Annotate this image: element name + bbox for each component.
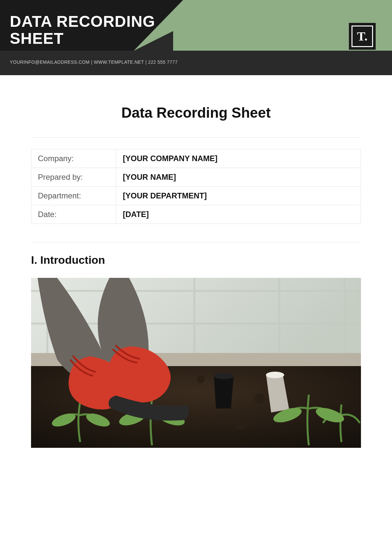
svg-point-7 xyxy=(254,394,265,404)
header-title-line1: DATA RECORDING xyxy=(10,13,155,30)
svg-point-11 xyxy=(235,420,245,430)
header-title: DATA RECORDING SHEET xyxy=(10,13,155,47)
brand-logo: T. xyxy=(349,23,376,50)
section-heading-introduction: I. Introduction xyxy=(31,254,361,266)
table-row: Department: [YOUR DEPARTMENT] xyxy=(31,187,361,205)
header-title-line2: SHEET xyxy=(10,30,155,47)
svg-point-13 xyxy=(214,373,234,379)
table-row: Company: [YOUR COMPANY NAME] xyxy=(31,149,361,168)
meta-label: Company: xyxy=(31,149,116,168)
meta-value: [YOUR DEPARTMENT] xyxy=(116,187,361,205)
page-title: Data Recording Sheet xyxy=(31,105,361,121)
divider xyxy=(31,137,361,138)
metadata-table: Company: [YOUR COMPANY NAME] Prepared by… xyxy=(31,149,361,224)
table-row: Prepared by: [YOUR NAME] xyxy=(31,168,361,187)
header-contact-line: YOURINFO@EMAILADDRESS.COM | WWW.TEMPLATE… xyxy=(10,59,178,65)
meta-value: [YOUR COMPANY NAME] xyxy=(116,149,361,168)
svg-point-8 xyxy=(308,382,316,389)
meta-value: [DATE] xyxy=(116,205,361,224)
divider xyxy=(31,242,361,242)
svg-point-6 xyxy=(197,375,205,383)
document-header: DATA RECORDING SHEET YOURINFO@EMAILADDRE… xyxy=(0,0,392,75)
table-row: Date: [DATE] xyxy=(31,205,361,224)
meta-value: [YOUR NAME] xyxy=(116,168,361,187)
meta-label: Department: xyxy=(31,187,116,205)
svg-point-12 xyxy=(266,372,284,378)
document-body: Data Recording Sheet Company: [YOUR COMP… xyxy=(0,75,392,448)
meta-label: Date: xyxy=(31,205,116,224)
intro-hero-image xyxy=(31,278,361,448)
brand-logo-text: T. xyxy=(351,25,373,47)
meta-label: Prepared by: xyxy=(31,168,116,187)
gardening-photo-icon xyxy=(31,278,361,448)
